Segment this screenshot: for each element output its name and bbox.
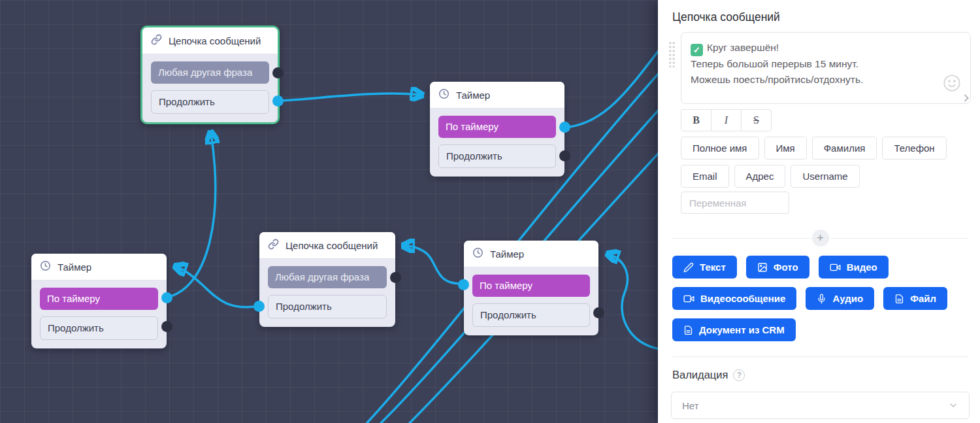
output-port-dark[interactable] (559, 150, 570, 161)
attachment-buttons: Текст Фото Видео Видеосообщение Аудио (672, 256, 974, 341)
output-port-blue[interactable] (559, 122, 570, 133)
add-photo-button[interactable]: Фото (746, 256, 809, 279)
add-crm-document-button[interactable]: Документ из CRM (672, 318, 796, 341)
output-continue[interactable]: Продолжить (268, 295, 387, 318)
node-header[interactable]: Таймер (430, 82, 564, 109)
bold-button[interactable]: B (681, 109, 711, 131)
node-title: Таймер (490, 248, 524, 260)
output-port-blue[interactable] (272, 95, 284, 107)
message-text-editor[interactable]: ✓Круг завершён! Теперь большой перерыв 1… (681, 32, 971, 104)
node-body: По таймеру Продолжить (464, 267, 598, 335)
output-any-other-phrase[interactable]: Любая другая фраза (151, 61, 269, 84)
strikethrough-button[interactable]: S (741, 109, 772, 131)
clock-icon (472, 247, 483, 260)
custom-variable-input[interactable] (681, 192, 789, 214)
clock-icon (438, 88, 449, 101)
pencil-icon (683, 262, 694, 273)
add-audio-button[interactable]: Аудио (806, 287, 874, 310)
message-line: Теперь большой перерыв 15 минут. (691, 56, 961, 72)
chain-link-icon (268, 239, 279, 252)
output-port-dark[interactable] (390, 272, 401, 283)
node-timer-bottom-left[interactable]: Таймер По таймеру Продолжить (31, 254, 167, 348)
output-port-dark[interactable] (272, 67, 284, 78)
edge-e-to-d (404, 246, 463, 284)
microphone-icon (817, 294, 826, 304)
edge-d-to-c (176, 267, 260, 307)
output-port-dark[interactable] (161, 321, 172, 332)
validation-select[interactable]: Нет (671, 392, 970, 419)
node-header[interactable]: Таймер (31, 254, 167, 280)
node-timer-right[interactable]: Таймер По таймеру Продолжить (464, 241, 598, 335)
output-by-timer[interactable]: По таймеру (472, 275, 590, 297)
output-continue[interactable]: Продолжить (40, 316, 158, 340)
output-any-other-phrase[interactable]: Любая другая фраза (268, 266, 387, 288)
add-message-divider: + (672, 229, 968, 246)
output-continue[interactable]: Продолжить (438, 144, 556, 168)
node-header[interactable]: Цепочка сообщений (259, 232, 395, 259)
variable-chip-username[interactable]: Username (791, 165, 859, 188)
help-icon[interactable]: ? (733, 369, 745, 381)
node-title: Таймер (456, 90, 490, 101)
document-icon (683, 325, 693, 335)
node-title: Цепочка сообщений (286, 240, 378, 251)
chevron-down-icon (948, 400, 958, 411)
add-video-message-button[interactable]: Видеосообщение (672, 287, 796, 310)
panel-title: Цепочка сообщений (672, 10, 971, 24)
node-message-chain-selected[interactable]: Цепочка сообщений Любая другая фраза Про… (140, 25, 280, 124)
flow-canvas[interactable]: Цепочка сообщений Любая другая фраза Про… (0, 0, 658, 423)
variable-chips: Полное имя Имя Фамилия Телефон Email Адр… (681, 137, 968, 188)
video-camera-icon (683, 294, 694, 304)
variable-chip-phone[interactable]: Телефон (882, 137, 946, 160)
node-header[interactable]: Таймер (464, 241, 598, 267)
chain-link-icon (151, 34, 162, 47)
node-body: Любая другая фраза Продолжить (142, 54, 278, 122)
node-body: Любая другая фраза Продолжить (259, 259, 395, 327)
node-message-chain-middle[interactable]: Цепочка сообщений Любая другая фраза Про… (259, 232, 395, 327)
node-header[interactable]: Цепочка сообщений (142, 27, 278, 54)
section-divider (672, 356, 968, 357)
output-by-timer[interactable]: По таймеру (438, 116, 556, 138)
output-port-dark[interactable] (593, 307, 604, 318)
file-icon (894, 294, 904, 304)
validation-label: Валидация (672, 369, 728, 381)
drag-handle[interactable] (668, 41, 676, 67)
variable-chip-first-name[interactable]: Имя (764, 137, 807, 160)
output-by-timer[interactable]: По таймеру (40, 288, 158, 310)
add-file-button[interactable]: Файл (883, 287, 947, 310)
variable-chip-address[interactable]: Адрес (734, 165, 786, 188)
node-body: По таймеру Продолжить (31, 280, 167, 348)
validation-selected-value: Нет (682, 400, 699, 411)
node-title: Цепочка сообщений (169, 35, 261, 46)
add-video-button[interactable]: Видео (819, 256, 889, 279)
text-format-toolbar: B I S (681, 109, 971, 131)
variable-chip-full-name[interactable]: Полное имя (681, 137, 759, 160)
output-port-blue[interactable] (458, 279, 469, 290)
output-continue[interactable]: Продолжить (472, 303, 590, 327)
node-title: Таймер (57, 262, 91, 273)
italic-button[interactable]: I (711, 109, 742, 131)
node-body: По таймеру Продолжить (430, 109, 564, 177)
video-camera-icon (830, 262, 841, 273)
flow-builder-app: Цепочка сообщений Любая другая фраза Про… (0, 0, 980, 423)
variable-chip-email[interactable]: Email (681, 165, 729, 188)
node-settings-panel: Цепочка сообщений ✓Круг завершён! Теперь… (658, 0, 980, 423)
node-timer-top[interactable]: Таймер По таймеру Продолжить (430, 82, 564, 177)
add-text-button[interactable]: Текст (672, 256, 737, 279)
photo-icon (757, 262, 768, 273)
connection-edges (0, 0, 658, 423)
output-continue[interactable]: Продолжить (151, 90, 269, 114)
output-port-blue[interactable] (253, 301, 265, 312)
resize-handle[interactable] (961, 94, 968, 101)
edge-c-to-a (169, 133, 216, 297)
variable-chip-last-name[interactable]: Фамилия (812, 137, 877, 160)
add-message-button[interactable]: + (812, 229, 829, 246)
emoji-picker-icon[interactable] (943, 74, 961, 97)
message-line: ✓Круг завершён! (691, 40, 961, 56)
output-port-blue[interactable] (161, 292, 172, 303)
clock-icon (40, 260, 51, 273)
message-line: Можешь поесть/пройтись/отдохнуть. (691, 72, 961, 88)
edge-right-to-e (609, 254, 658, 349)
check-emoji: ✓ (691, 44, 703, 56)
edge-a-to-b (280, 93, 421, 101)
